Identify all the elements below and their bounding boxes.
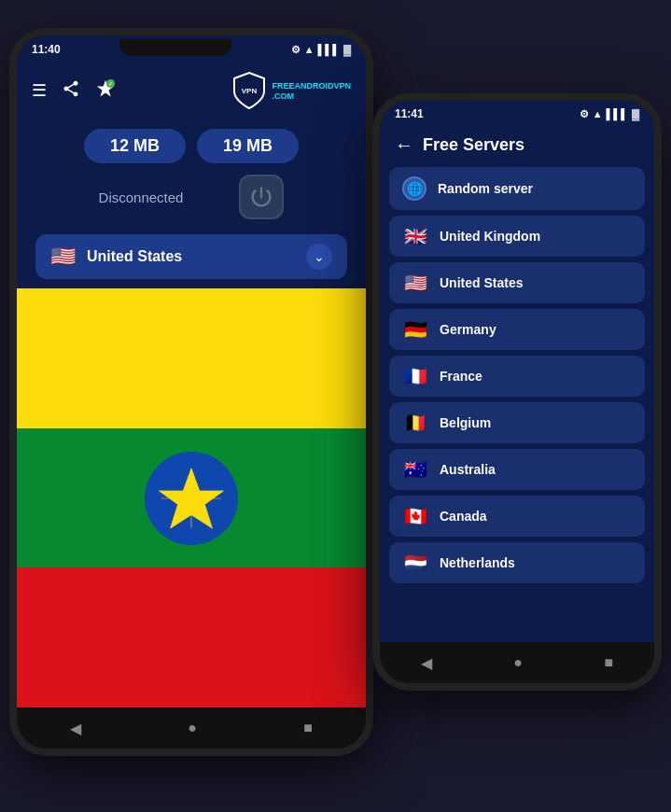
back-button[interactable]: ←	[395, 134, 413, 156]
server-flag: 🇩🇪	[402, 318, 428, 341]
flag-area	[17, 288, 366, 707]
phone2-bottom-nav: ◀ ● ■	[380, 642, 654, 683]
phone-2: 11:41 ⚙ ▲ ▌▌▌ ▓ ← Free Servers 🌐 Random …	[372, 93, 662, 691]
logo-text: FREEANDROIDVPN .COM	[272, 80, 351, 102]
stats-row: 12 MB 19 MB	[17, 118, 366, 171]
phone2-signal-icon: ▌▌▌	[607, 108, 628, 119]
phone2-nav-recent[interactable]: ■	[605, 654, 614, 671]
disconnected-label: Disconnected	[99, 189, 184, 205]
logo-line2: .COM	[272, 91, 351, 102]
phone1-wifi-icon: ▲	[304, 44, 315, 55]
star-icon[interactable]: ✓	[95, 78, 116, 104]
server-item[interactable]: 🌐 Random server	[389, 167, 645, 210]
server-item[interactable]: 🇨🇦 Canada	[389, 496, 645, 537]
flag-circle	[145, 452, 238, 545]
phone1-nav-home[interactable]: ●	[188, 720, 197, 736]
share-icon[interactable]	[62, 79, 80, 103]
phone2-settings-icon: ⚙	[580, 108, 589, 120]
phone2-time: 11:41	[395, 107, 424, 120]
svg-text:✓: ✓	[108, 80, 113, 87]
server-name: United States	[440, 275, 523, 290]
flag-green-stripe	[17, 428, 366, 568]
upload-stat: 19 MB	[197, 129, 299, 163]
server-item[interactable]: 🇦🇺 Australia	[389, 449, 645, 490]
server-flag: 🇳🇱	[402, 552, 428, 574]
phone1-time: 11:40	[32, 43, 61, 56]
phone1-header-icons: ☰ ✓	[32, 78, 116, 104]
server-name: United Kingdom	[440, 229, 540, 244]
globe-icon: 🌐	[402, 176, 426, 201]
phone-1-screen: 11:40 ⚙ ▲ ▌▌▌ ▓ ☰	[17, 35, 366, 749]
phone-2-screen: 11:41 ⚙ ▲ ▌▌▌ ▓ ← Free Servers 🌐 Random …	[380, 101, 654, 683]
server-item[interactable]: 🇬🇧 United Kingdom	[389, 216, 645, 257]
phone2-header: ← Free Servers	[380, 127, 654, 167]
menu-icon[interactable]: ☰	[32, 80, 47, 101]
flag-red-stripe	[17, 567, 366, 707]
screen-title: Free Servers	[423, 135, 524, 155]
phone2-status-bar: 11:41 ⚙ ▲ ▌▌▌ ▓	[380, 101, 654, 127]
server-item[interactable]: 🇫🇷 France	[389, 356, 645, 397]
flag-star-svg	[154, 461, 229, 536]
server-flag: 🇧🇪	[402, 412, 428, 434]
phone2-wifi-icon: ▲	[593, 108, 603, 119]
phone1-header: ☰ ✓	[17, 63, 366, 118]
phone2-status-icons: ⚙ ▲ ▌▌▌ ▓	[580, 108, 639, 120]
chevron-down-icon: ⌄	[306, 244, 332, 270]
server-name: Belgium	[440, 415, 491, 430]
server-flag: 🇬🇧	[402, 225, 428, 247]
flag-yellow-stripe	[17, 288, 366, 428]
phone1-status-icons: ⚙ ▲ ▌▌▌ ▓	[291, 44, 351, 56]
phone1-signal-icon: ▌▌▌	[318, 44, 340, 55]
phone1-nav-recent[interactable]: ■	[303, 720, 313, 736]
phone1-nav-back[interactable]: ◀	[70, 720, 81, 737]
phone1-bottom-nav: ◀ ● ■	[17, 707, 366, 749]
phone-1: 11:40 ⚙ ▲ ▌▌▌ ▓ ☰	[9, 28, 373, 756]
phone1-settings-icon: ⚙	[291, 44, 301, 56]
country-flag: 🇺🇸	[50, 245, 76, 269]
power-button[interactable]	[239, 175, 284, 219]
server-list: 🌐 Random server 🇬🇧 United Kingdom 🇺🇸 Uni…	[380, 167, 654, 642]
phone1-notch	[119, 39, 231, 56]
phone2-nav-home[interactable]: ●	[513, 654, 523, 671]
server-flag: 🇨🇦	[402, 505, 428, 527]
phone2-nav-back[interactable]: ◀	[421, 654, 432, 672]
connect-row: Disconnected	[17, 171, 366, 229]
logo-area: VPN FREEANDROIDVPN .COM	[232, 71, 351, 110]
logo-line1: FREEANDROIDVPN	[272, 81, 351, 91]
phone1-status-bar: 11:40 ⚙ ▲ ▌▌▌ ▓	[17, 35, 366, 63]
power-icon	[248, 184, 274, 210]
server-name: Random server	[438, 181, 533, 196]
country-selector[interactable]: 🇺🇸 United States ⌄	[35, 234, 347, 279]
svg-text:VPN: VPN	[242, 87, 258, 95]
server-name: Netherlands	[440, 555, 515, 570]
server-item[interactable]: 🇧🇪 Belgium	[389, 402, 645, 443]
download-stat: 12 MB	[84, 129, 186, 163]
server-flag: 🇫🇷	[402, 365, 428, 387]
server-flag: 🇺🇸	[402, 272, 428, 294]
country-name: United States	[87, 248, 295, 265]
phones-container: 11:40 ⚙ ▲ ▌▌▌ ▓ ☰	[0, 0, 671, 812]
flag-emblem	[145, 452, 238, 545]
server-name: Australia	[440, 462, 496, 477]
server-name: France	[440, 369, 482, 384]
server-flag: 🇦🇺	[402, 458, 428, 481]
server-item[interactable]: 🇺🇸 United States	[389, 262, 645, 303]
phone2-battery-icon: ▓	[632, 108, 639, 119]
server-item[interactable]: 🇩🇪 Germany	[389, 309, 645, 350]
server-name: Germany	[440, 322, 496, 337]
logo-shield: VPN	[232, 71, 266, 110]
server-item[interactable]: 🇳🇱 Netherlands	[389, 542, 645, 583]
phone1-battery-icon: ▓	[343, 44, 351, 55]
ethiopia-flag	[17, 288, 366, 707]
server-name: Canada	[440, 509, 487, 524]
